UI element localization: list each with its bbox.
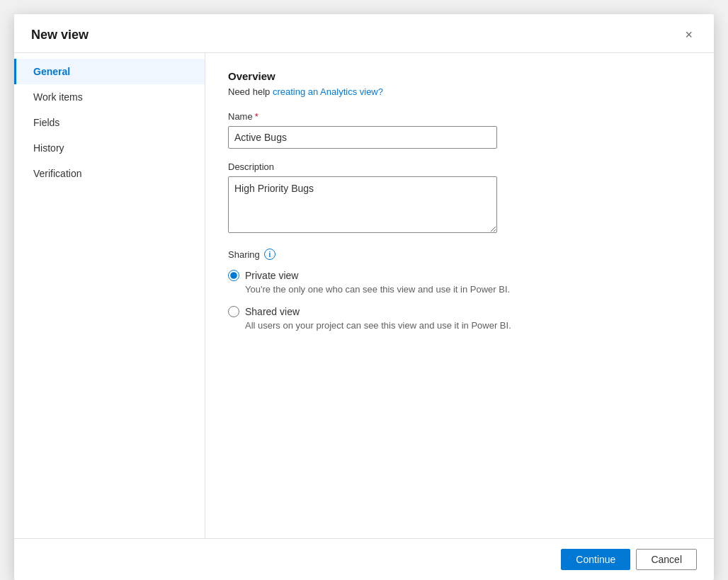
radio-group: Private view You're the only one who can… <box>228 270 691 338</box>
shared-view-radio[interactable] <box>228 306 239 317</box>
shared-view-description: All users on your project can see this v… <box>245 320 691 331</box>
description-input[interactable]: High Priority Bugs <box>228 176 497 233</box>
description-label: Description <box>228 161 691 172</box>
sidebar-item-history[interactable]: History <box>14 135 205 161</box>
sidebar-item-verification[interactable]: Verification <box>14 161 205 186</box>
dialog-body: General Work items Fields History Verifi… <box>14 53 714 538</box>
continue-button[interactable]: Continue <box>561 549 630 570</box>
sharing-section: Sharing i Private view You're the only o… <box>228 249 691 338</box>
name-input[interactable] <box>228 126 497 149</box>
info-icon[interactable]: i <box>264 249 275 260</box>
private-view-radio[interactable] <box>228 270 239 281</box>
dialog-header: New view × <box>14 14 714 53</box>
content-area: Overview Need help creating an Analytics… <box>205 53 714 538</box>
cancel-button[interactable]: Cancel <box>636 549 697 570</box>
sidebar-item-work-items[interactable]: Work items <box>14 84 205 110</box>
new-view-dialog: New view × General Work items Fields His… <box>14 14 714 580</box>
sidebar-item-general[interactable]: General <box>14 59 205 84</box>
close-button[interactable]: × <box>681 25 697 44</box>
name-label: Name * <box>228 111 691 122</box>
private-view-description: You're the only one who can see this vie… <box>245 284 691 295</box>
name-field-group: Name * <box>228 111 691 149</box>
dialog-title: New view <box>31 28 89 42</box>
sidebar: General Work items Fields History Verifi… <box>14 53 205 538</box>
help-link[interactable]: creating an Analytics view? <box>273 86 383 97</box>
private-view-option: Private view You're the only one who can… <box>228 270 691 302</box>
sidebar-item-fields[interactable]: Fields <box>14 110 205 135</box>
sharing-label: Sharing i <box>228 249 691 260</box>
shared-view-label[interactable]: Shared view <box>245 306 300 317</box>
close-icon: × <box>685 28 693 41</box>
shared-view-option: Shared view All users on your project ca… <box>228 306 691 338</box>
overview-heading: Overview <box>228 70 691 82</box>
dialog-footer: Continue Cancel <box>14 538 714 580</box>
private-view-label[interactable]: Private view <box>245 270 298 281</box>
shared-view-row: Shared view <box>228 306 691 317</box>
help-text: Need help creating an Analytics view? <box>228 86 691 97</box>
private-view-row: Private view <box>228 270 691 281</box>
required-star: * <box>255 111 258 122</box>
description-field-group: Description High Priority Bugs <box>228 161 691 236</box>
